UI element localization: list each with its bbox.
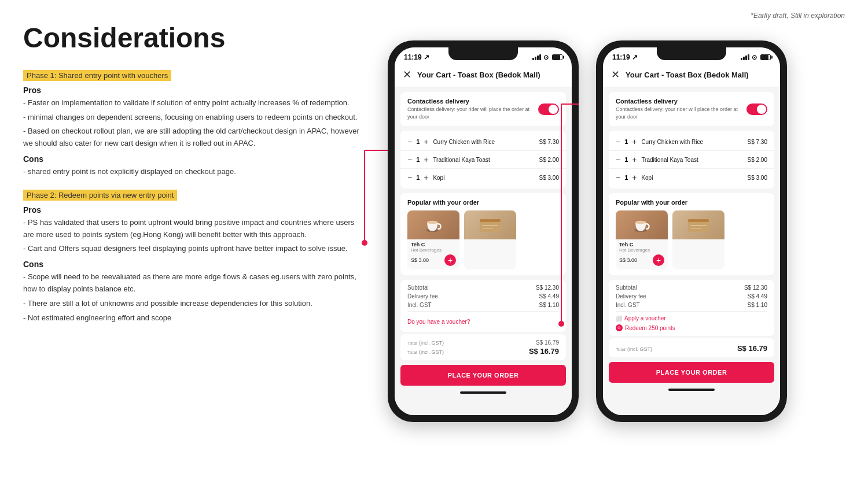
phone2-app-header: ✕ Your Cart - Toast Box (Bedok Mall) (603, 64, 780, 87)
phone1-grand-total: Total (incl. GST) S$ 16.79 Total (incl. … (400, 334, 566, 360)
phase1-pro-2: - minimal changes on dependent screens, … (23, 112, 365, 124)
phase2-block: Phase 2: Redeem points via new entry poi… (23, 190, 365, 324)
phase2-con-3: - Not estimated engineering effort and s… (23, 312, 365, 324)
svg-rect-16 (690, 225, 707, 226)
cup-icon (423, 215, 444, 235)
phone1-delivery-toggle[interactable] (538, 103, 559, 115)
qty-minus-1[interactable]: − (407, 137, 412, 146)
phone1-popular-section: Popular with your order (400, 193, 566, 275)
phone2-qty-minus-2[interactable]: − (616, 155, 620, 164)
phone2-toast-image (672, 210, 724, 239)
phone2-qty-num-2: 1 (623, 156, 630, 163)
svg-rect-8 (482, 228, 494, 229)
popular-item-teh: Teh C Hot Beverages S$ 3.00 + (407, 210, 459, 269)
qty-plus-2[interactable]: + (424, 155, 428, 164)
phone1-total-label: Total (407, 341, 417, 346)
phone1-notch (448, 47, 518, 60)
phone2-close-button[interactable]: ✕ (611, 68, 620, 81)
phone2-popular-item-teh: Teh C Hot Beverages S$ 3.00 + (616, 210, 668, 269)
battery-icon (552, 54, 562, 60)
qty-minus-3[interactable]: − (407, 173, 412, 182)
svg-rect-7 (482, 225, 498, 226)
phase2-cons-title: Cons (23, 260, 365, 269)
phone1-total-value-lg: S$ 16.79 (529, 347, 559, 356)
phone2-cart-item-1: − 1 + Curry Chicken with Rice S$ 7.30 (609, 133, 774, 151)
page-container: Considerations Phase 1: Shared entry poi… (0, 0, 868, 434)
phone1-delivery-fee-value: S$ 4.49 (539, 293, 559, 300)
phone2-totals: Subtotal S$ 12.30 Delivery fee S$ 4.49 I… (609, 280, 774, 336)
close-button[interactable]: ✕ (403, 68, 411, 81)
phone1-subtotal-label: Subtotal (407, 284, 429, 291)
phone2-add-teh-c-button[interactable]: + (653, 254, 664, 266)
cart-item-1: − 1 + Curry Chicken with Rice S$ 7.30 (400, 133, 566, 151)
phone2-qty-plus-1[interactable]: + (632, 137, 637, 146)
phone1-header-title: Your Cart - Toast Box (Bedok Mall) (417, 71, 540, 79)
phone2-total-value: S$ 16.79 (737, 344, 767, 353)
phone2-cart-item-2: − 1 + Traditional Kaya Toast S$ 2.00 (609, 151, 774, 169)
item-name-1: Curry Chicken with Rice (428, 139, 539, 145)
phone2-delivery-desc: Contactless delivery: your rider will pl… (616, 106, 746, 120)
phase2-pro-1: - PS has validated that users to point u… (23, 217, 365, 241)
phone2-subtotal-label: Subtotal (616, 284, 637, 291)
teh-c-category: Hot Beverages (411, 247, 456, 253)
phone2-item-price-3: S$ 3.00 (748, 175, 767, 181)
phone2-delivery-card: Contactless delivery Contactless deliver… (609, 92, 774, 126)
phone1-app-header: ✕ Your Cart - Toast Box (Bedok Mall) (395, 64, 572, 87)
phone2-status-icons: ⊙ (741, 54, 771, 61)
phone2-popular-items: Teh C Hot Beverages S$ 3.00 + (616, 210, 767, 269)
item-price-3: S$ 3.00 (539, 175, 559, 181)
phone1-order-button[interactable]: PLACE YOUR ORDER (400, 365, 566, 386)
phone2-cart-items: − 1 + Curry Chicken with Rice S$ 7.30 (609, 131, 774, 188)
phone2-apply-voucher-link[interactable]: Apply a voucher (624, 315, 666, 321)
phone2-home-indicator (668, 389, 715, 391)
phone2-qty-plus-3[interactable]: + (632, 173, 637, 182)
cart-item-2: − 1 + Traditional Kaya Toast S$ 2.00 (400, 151, 566, 169)
phone1-home-indicator (460, 391, 506, 394)
draft-note: *Earlly draft, Still in exploration (751, 12, 845, 20)
phone1-gst-label: Incl. GST (407, 302, 432, 308)
phone2-cart-item-3: − 1 + Kopi S$ 3.00 (609, 169, 774, 186)
phone2-delivery-fee-label: Delivery fee (616, 293, 646, 300)
phone2-popular-section: Popular with your order (609, 193, 774, 275)
add-teh-c-button[interactable]: + (444, 254, 456, 266)
toast-cat (468, 247, 513, 253)
phone1-totals: Subtotal S$ 12.30 Delivery fee S$ 4.49 I… (400, 280, 566, 332)
phone2-time: 11:19 ↗ (612, 53, 638, 61)
left-panel: Considerations Phase 1: Shared entry poi… (23, 23, 382, 422)
phone2-delivery-toggle[interactable] (746, 103, 767, 115)
phone2-order-button[interactable]: PLACE YOUR ORDER (609, 362, 774, 383)
qty-plus-3[interactable]: + (424, 173, 428, 182)
phone2-redeem-link[interactable]: Redeem 250 points (625, 325, 675, 331)
toast-icon (477, 213, 503, 236)
item-price-2: S$ 2.00 (539, 157, 559, 163)
phone2-qty-minus-1[interactable]: − (616, 137, 620, 146)
phone2-item-name-1: Curry Chicken with Rice (637, 139, 747, 145)
phone2-qty-plus-2[interactable]: + (632, 155, 637, 164)
phone2-qty-num-1: 1 (623, 138, 630, 145)
svg-point-4 (427, 221, 437, 224)
signal-icon (532, 54, 541, 60)
teh-c-image (407, 210, 459, 239)
phone1-voucher-link[interactable]: Do you have a voucher? (407, 319, 470, 325)
phone1-total-sublabel: (incl. GST) (419, 340, 444, 346)
cart-item-3: − 1 + Kopi S$ 3.00 (400, 169, 566, 186)
svg-rect-15 (688, 219, 709, 222)
phone1-delivery-title: Contactless delivery (407, 98, 538, 105)
item-price-1: S$ 7.30 (539, 139, 559, 145)
phone2-qty-minus-3[interactable]: − (616, 173, 620, 182)
phone2-teh-c-category: Hot Beverages (619, 247, 664, 253)
phone2: 11:19 ↗ ⊙ (596, 29, 787, 422)
phone1-status-icons: ⊙ (532, 54, 562, 61)
phone2-gst-value: S$ 1.10 (748, 302, 767, 308)
phone2-header-title: Your Cart - Toast Box (Bedok Mall) (626, 71, 749, 79)
phone2-popular-item-toast (672, 210, 724, 269)
svg-rect-17 (690, 228, 702, 229)
teh-c-name: Teh C (411, 242, 456, 247)
svg-point-13 (635, 221, 646, 224)
phone2-item-price-2: S$ 2.00 (748, 157, 767, 163)
phone2-wifi-icon: ⊙ (752, 54, 757, 61)
redeem-points-icon: ⊙ (616, 324, 623, 331)
wifi-icon: ⊙ (543, 54, 549, 61)
qty-minus-2[interactable]: − (407, 155, 412, 164)
qty-plus-1[interactable]: + (424, 137, 428, 146)
